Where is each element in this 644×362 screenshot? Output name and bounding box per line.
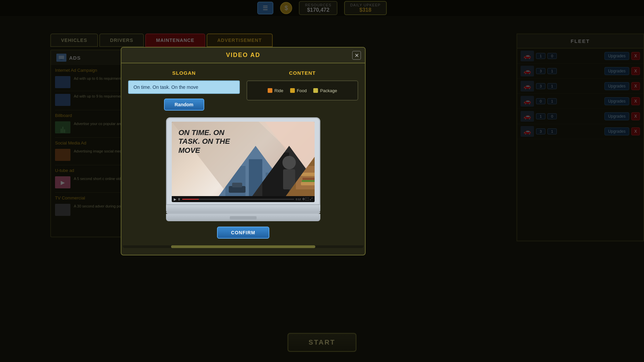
confirm-button[interactable]: CONFIRM <box>217 227 269 239</box>
content-section: CONTENT Ride Food Package <box>247 70 358 111</box>
play-icon[interactable]: ▶ ⏸ <box>174 197 181 201</box>
modal-body: SLOGAN Random CONTENT Ride Food <box>121 63 365 245</box>
slogan-section: SLOGAN Random <box>128 70 247 111</box>
video-controls-bar: ▶ ⏸ 0:12 ⚙ ⛶ ⤢ <box>172 196 315 202</box>
content-option-ride[interactable]: Ride <box>268 88 283 93</box>
video-ad-modal: VIDEO AD ✕ SLOGAN Random CONTENT Ride F <box>121 47 366 255</box>
content-options-box: Ride Food Package <box>247 80 358 101</box>
laptop-bottom <box>166 214 320 221</box>
close-button[interactable]: ✕ <box>352 51 361 60</box>
video-controls-icons: ⚙ ⛶ ⤢ <box>302 197 313 201</box>
video-time: 0:12 <box>296 198 301 201</box>
laptop-screen: ON TIME. ON TASK. ON THE MOVE <box>172 122 315 202</box>
package-label: Package <box>320 88 337 93</box>
food-label: Food <box>297 88 307 93</box>
laptop-device: ON TIME. ON TASK. ON THE MOVE <box>166 117 320 221</box>
random-button[interactable]: Random <box>164 99 204 111</box>
modal-header: VIDEO AD ✕ <box>121 48 365 63</box>
svg-point-16 <box>282 156 296 169</box>
slogan-heading: SLOGAN <box>128 70 240 76</box>
slogan-input[interactable] <box>128 80 240 94</box>
ad-preview-background: ON TIME. ON TASK. ON THE MOVE <box>172 122 315 202</box>
ride-dot <box>268 88 272 93</box>
content-option-food[interactable]: Food <box>290 88 307 93</box>
confirm-area: CONFIRM <box>128 227 358 239</box>
modal-scrollbar[interactable] <box>123 245 364 248</box>
svg-rect-22 <box>303 178 315 180</box>
laptop-trackpad <box>230 216 257 220</box>
laptop-base <box>166 205 320 212</box>
laptop-hinge <box>166 212 320 214</box>
package-dot <box>313 88 318 93</box>
laptop-preview-container: ON TIME. ON TASK. ON THE MOVE <box>128 117 358 221</box>
modal-title: VIDEO AD <box>226 52 260 59</box>
content-heading: CONTENT <box>247 70 358 76</box>
video-progress-fill <box>182 199 199 200</box>
modal-sections: SLOGAN Random CONTENT Ride Food <box>128 70 358 111</box>
scrollbar-fill <box>171 245 316 248</box>
food-dot <box>290 88 295 93</box>
ride-label: Ride <box>274 88 283 93</box>
svg-rect-21 <box>301 173 315 176</box>
content-option-package[interactable]: Package <box>313 88 337 93</box>
laptop-screen-outer: ON TIME. ON TASK. ON THE MOVE <box>166 117 320 205</box>
svg-rect-12 <box>232 183 242 187</box>
svg-rect-24 <box>302 180 315 182</box>
video-progress-bar[interactable] <box>182 199 294 200</box>
svg-rect-23 <box>301 182 315 185</box>
ad-preview-slogan: ON TIME. ON TASK. ON THE MOVE <box>178 128 246 155</box>
